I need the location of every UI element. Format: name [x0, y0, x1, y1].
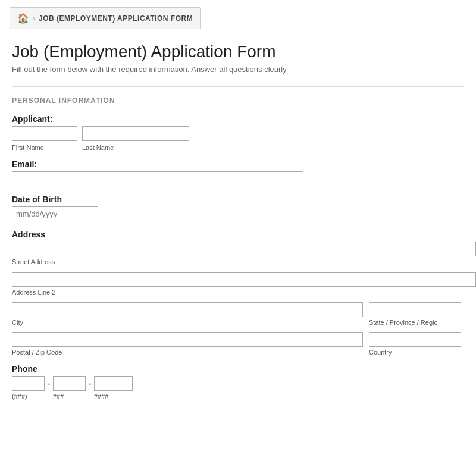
- phone-separator-2: -: [88, 376, 92, 390]
- country-input[interactable]: [369, 332, 461, 347]
- phone-mid-label: ###: [53, 393, 86, 400]
- section-divider: [12, 86, 464, 87]
- address-line2-input[interactable]: [12, 272, 476, 287]
- email-label: Email:: [12, 159, 464, 169]
- dob-input[interactable]: [12, 206, 98, 221]
- postal-field: Postal / Zip Code: [12, 332, 363, 356]
- page-title: Job (Employment) Application Form: [12, 42, 464, 61]
- address-line2-label: Address Line 2: [12, 289, 55, 296]
- postal-country-row: Postal / Zip Code Country: [12, 332, 464, 356]
- state-input[interactable]: [369, 302, 461, 317]
- last-name-label: Last Name: [82, 144, 189, 151]
- email-group: Email:: [12, 159, 464, 186]
- street-address-field: Street Address: [12, 242, 464, 266]
- phone-group: Phone (###) - ### - ####: [12, 364, 464, 400]
- personal-info-section-label: PERSONAL INFORMATION: [12, 96, 464, 105]
- applicant-name-row: [12, 126, 464, 141]
- phone-label: Phone: [12, 364, 464, 374]
- page-subtitle: Fill out the form below with the require…: [12, 65, 464, 74]
- city-state-row: City State / Province / Regio: [12, 302, 464, 326]
- phone-mid-input[interactable]: [53, 376, 86, 391]
- address-group: Address Street Address Address Line 2 Ci…: [12, 230, 464, 356]
- state-label: State / Province / Regio: [369, 319, 461, 326]
- address-label: Address: [12, 230, 464, 239]
- phone-mid-group: ###: [53, 376, 86, 400]
- dob-group: Date of Birth: [12, 195, 464, 221]
- dob-label: Date of Birth: [12, 195, 464, 204]
- first-name-label: First Name: [12, 144, 77, 151]
- applicant-group: Applicant: First Name Last Name: [12, 114, 464, 151]
- country-label: Country: [369, 349, 461, 356]
- applicant-label: Applicant:: [12, 114, 464, 124]
- main-content: Job (Employment) Application Form Fill o…: [0, 36, 476, 420]
- street-address-input[interactable]: [12, 242, 476, 256]
- home-icon[interactable]: 🏠: [17, 12, 29, 24]
- phone-area-input[interactable]: [12, 376, 45, 391]
- breadcrumb-separator: ›: [33, 14, 35, 23]
- phone-row: (###) - ### - ####: [12, 376, 464, 400]
- state-field: State / Province / Regio: [369, 302, 461, 326]
- applicant-field-labels: First Name Last Name: [12, 142, 464, 151]
- email-input[interactable]: [12, 171, 303, 186]
- city-field: City: [12, 302, 363, 326]
- street-address-label: Street Address: [12, 258, 55, 265]
- phone-separator-1: -: [47, 376, 51, 390]
- breadcrumb-title: JOB (EMPLOYMENT) APPLICATION FORM: [39, 14, 193, 23]
- first-name-input[interactable]: [12, 126, 77, 141]
- phone-last-group: ####: [94, 376, 133, 400]
- last-name-input[interactable]: [82, 126, 189, 141]
- address-line2-field: Address Line 2: [12, 272, 464, 296]
- phone-area-label: (###): [12, 393, 45, 400]
- phone-last-label: ####: [94, 393, 133, 400]
- phone-last-input[interactable]: [94, 376, 133, 391]
- postal-label: Postal / Zip Code: [12, 349, 363, 356]
- city-input[interactable]: [12, 302, 363, 317]
- breadcrumb: 🏠 › JOB (EMPLOYMENT) APPLICATION FORM: [10, 7, 201, 29]
- phone-area-group: (###): [12, 376, 45, 400]
- country-field: Country: [369, 332, 461, 356]
- city-label: City: [12, 319, 363, 326]
- postal-input[interactable]: [12, 332, 363, 347]
